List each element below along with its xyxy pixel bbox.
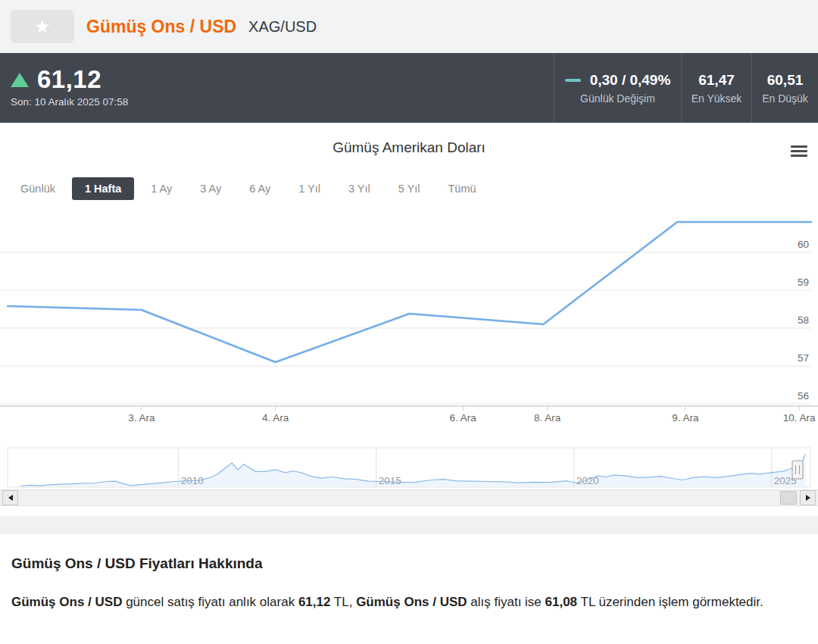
instrument-header: ★ Gümüş Ons / USD XAG/USD [0,0,818,53]
main-chart-svg[interactable]: 56575859603. Ara4. Ara6. Ara8. Ara9. Ara… [0,214,818,426]
right-arrow-icon [806,495,813,501]
svg-text:6. Ara: 6. Ara [450,412,477,424]
chart-card: Gümüş Amerikan Doları Günlük1 Hafta1 Ay3… [0,123,818,516]
left-arrow-icon [5,495,13,501]
scroll-right-button[interactable] [800,490,816,505]
svg-text:59: 59 [798,277,809,288]
svg-text:57: 57 [798,352,809,364]
high-value: 61,47 [698,72,735,89]
svg-text:3. Ara: 3. Ara [128,412,155,424]
page: ★ Gümüş Ons / USD XAG/USD 61,12 Son: 10 … [0,0,818,644]
tab-tümü[interactable]: Tümü [436,177,487,200]
about-paragraph: Gümüş Ons / USD güncel satış fiyatı anlı… [11,592,803,613]
tab-5-yıl[interactable]: 5 Yıl [387,177,432,200]
up-triangle-icon [11,73,29,87]
about-section: Gümüş Ons / USD Fiyatları Hakkında Gümüş… [0,534,818,613]
svg-text:8. Ara: 8. Ara [534,412,561,424]
scroll-left-button[interactable] [2,490,18,505]
tab-6-ay[interactable]: 6 Ay [238,177,282,200]
tab-1-hafta[interactable]: 1 Hafta [72,177,134,200]
tab-3-ay[interactable]: 3 Ay [189,177,233,200]
tab-3-yıl[interactable]: 3 Yıl [337,177,382,200]
instrument-symbol: XAG/USD [248,18,317,36]
tab-1-ay[interactable]: 1 Ay [139,177,183,200]
svg-text:56: 56 [798,390,809,402]
svg-text:60: 60 [798,239,809,250]
last-update: Son: 10 Aralık 2025 07:58 [11,96,128,108]
price-block: 61,12 Son: 10 Aralık 2025 07:58 [0,53,128,123]
svg-text:4. Ara: 4. Ara [262,412,289,424]
last-price: 61,12 [37,65,101,94]
section-separator [0,516,818,534]
daily-change-label: Günlük Değişim [580,92,655,105]
about-heading: Gümüş Ons / USD Fiyatları Hakkında [11,555,807,572]
navigator-svg[interactable]: 2010201520202025 [0,445,818,489]
daily-change-value: 0,30 / 0,49% [590,72,671,89]
hamburger-menu-icon[interactable] [791,145,807,158]
low-label: En Düşük [762,92,808,105]
neutral-dash-icon [565,79,581,82]
star-icon: ★ [33,17,51,36]
low-value: 60,51 [767,72,804,89]
high-cell: 61,47 En Yüksek [681,53,751,123]
tab-1-yıl[interactable]: 1 Yıl [287,177,332,200]
daily-change-cell: 0,30 / 0,49% Günlük Değişim [554,53,681,123]
svg-text:10. Ara: 10. Ara [783,412,816,424]
range-tabs: Günlük1 Hafta1 Ay3 Ay6 Ay1 Yıl3 Yıl5 Yıl… [9,177,493,200]
svg-text:9. Ara: 9. Ara [672,412,699,424]
favorite-button[interactable]: ★ [11,10,74,43]
svg-text:58: 58 [798,314,809,326]
tab-günlük[interactable]: Günlük [9,177,67,200]
quote-bar: 61,12 Son: 10 Aralık 2025 07:58 0,30 / 0… [0,53,818,123]
high-label: En Yüksek [692,92,742,105]
instrument-title: Gümüş Ons / USD [86,17,236,37]
scrollbar-thumb[interactable] [780,491,797,505]
chart-scrollbar[interactable] [0,489,818,506]
low-cell: 60,51 En Düşük [751,53,818,123]
navigator-handle[interactable] [792,461,803,479]
quote-stats: 0,30 / 0,49% Günlük Değişim 61,47 En Yük… [554,53,818,123]
chart-title: Gümüş Amerikan Doları [0,139,818,156]
